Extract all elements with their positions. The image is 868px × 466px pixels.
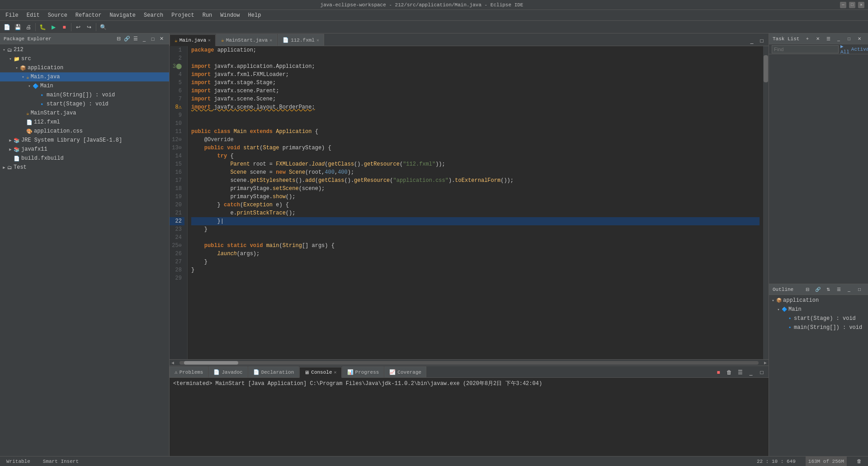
editor-scroll-track[interactable] [763,46,769,359]
tree-item-main-method[interactable]: 🔹 main(String[]) : void [0,90,169,100]
tree-item-javafx11[interactable]: ▶ 📚 javafx11 [0,145,169,154]
expand-test[interactable]: ▶ [2,165,6,170]
search-global-button[interactable]: 🔍 [98,22,108,32]
task-minimize-button[interactable]: _ [834,34,844,44]
outline-expand-main[interactable]: ▾ [776,307,781,312]
task-find-input[interactable] [772,45,839,53]
outline-sort-button[interactable]: ⇅ [823,285,833,295]
tree-item-application[interactable]: ▾ 📦 application [0,63,169,72]
status-memory[interactable]: 163M of 256M [806,456,847,466]
tab-mainstart-java[interactable]: ☕ MainStart.java ✕ [216,34,277,46]
tab-main-java[interactable]: ☕ Main.java ✕ [170,34,216,46]
outline-item-application[interactable]: ▾ 📦 application [769,296,868,305]
maximize-button[interactable]: □ [849,2,855,8]
scroll-left-icon[interactable]: ◀ [170,360,176,366]
hscroll-track[interactable] [179,361,759,365]
menu-window[interactable]: Window [217,11,243,19]
tab-progress[interactable]: 📊 Progress [342,366,384,377]
code-content[interactable]: package application; import javafx.appli… [188,46,763,359]
expand-src[interactable]: ▾ [8,57,13,62]
menu-edit[interactable]: Edit [23,11,43,19]
tree-item-src[interactable]: ▾ 📁 src [0,54,169,63]
console-menu-button[interactable]: ☰ [735,367,745,377]
minimize-button[interactable]: ─ [840,2,846,8]
memory-icon[interactable]: 🗑 [854,456,864,466]
tree-item-application-css[interactable]: 🎨 application.css [0,127,169,136]
new-button[interactable]: 📄 [2,22,12,32]
tab-112-fxml[interactable]: 📄 112.fxml ✕ [278,34,324,46]
undo-button[interactable]: ↩ [73,22,83,32]
outline-item-main-class[interactable]: ▾ 🔷 Main [769,305,868,314]
status-position[interactable]: 22 : 10 : 649 [754,456,798,466]
outline-expand-application[interactable]: ▾ [771,298,775,303]
console-maximize-button[interactable]: □ [757,367,767,377]
status-smart-insert[interactable]: Smart Insert [40,456,81,466]
sidebar-menu-button[interactable]: ☰ [132,35,140,43]
tab-close-main-java[interactable]: ✕ [208,38,211,43]
menu-run[interactable]: Run [199,11,216,19]
tree-item-test[interactable]: ▶ 🗂 Test [0,163,169,172]
maximize-editor-button[interactable]: □ [757,36,767,46]
task-delete-button[interactable]: ✕ [813,34,823,44]
tab-coverage[interactable]: 📈 Coverage [384,366,426,377]
expand-javafx11[interactable]: ▶ [8,147,13,152]
editor-vertical-scrollbar[interactable] [763,46,769,359]
outline-item-start-method[interactable]: 🔹 start(Stage) : void [769,314,868,323]
editor-scroll-thumb[interactable] [764,55,768,82]
tree-item-112-fxml[interactable]: 📄 112.fxml [0,118,169,127]
tree-item-build-fxbuild[interactable]: 📄 build.fxbuild [0,154,169,163]
menu-navigate[interactable]: Navigate [106,11,139,19]
console-tab-close[interactable]: ✕ [334,370,337,375]
console-clear-button[interactable]: 🗑 [724,367,734,377]
task-close-button[interactable]: ✕ [854,34,864,44]
code-editor[interactable]: 1 2 3⬤ 4 5 6 7 8⚠ 9 10 11 12⊖ 13⊖ 14 15 … [170,46,769,359]
tree-item-jre[interactable]: ▶ 📚 JRE System Library [JavaSE-1.8] [0,136,169,145]
outline-maximize-button[interactable]: □ [854,285,864,295]
expand-main-class[interactable]: ▾ [27,84,32,89]
menu-search[interactable]: Search [140,11,167,19]
console-minimize-button[interactable]: _ [746,367,756,377]
tab-close-mainstart-java[interactable]: ✕ [269,38,272,43]
task-menu-button[interactable]: ☰ [823,34,833,44]
save-button[interactable]: 💾 [13,22,23,32]
tab-console[interactable]: 🖥 Console ✕ [299,367,341,378]
menu-project[interactable]: Project [168,11,198,19]
expand-main-java[interactable]: ▾ [21,75,25,80]
run-button[interactable]: ▶ [48,22,58,32]
close-sidebar-button[interactable]: ✕ [157,35,165,43]
scroll-right-icon[interactable]: ▶ [762,360,769,366]
expand-jre[interactable]: ▶ [8,138,13,143]
tree-item-mainstart-java[interactable]: ☕ MainStart.java [0,109,169,118]
debug-button[interactable]: 🐛 [38,22,47,32]
tab-close-112-fxml[interactable]: ✕ [316,38,319,43]
expand-212[interactable]: ▾ [2,48,6,52]
tree-item-start-method[interactable]: 🔹 start(Stage) : void [0,100,169,109]
menu-refactor[interactable]: Refactor [72,11,105,19]
print-button[interactable]: 🖨 [24,22,33,32]
hscroll-thumb[interactable] [184,361,238,365]
menu-help[interactable]: Help [245,11,265,19]
tree-item-main-class[interactable]: ▾ 🔷 Main [0,81,169,90]
tab-javadoc[interactable]: 📄 Javadoc [208,366,247,377]
stop-button[interactable]: ■ [59,22,69,32]
outline-link-button[interactable]: 🔗 [813,285,823,295]
minimize-editor-button[interactable]: _ [747,36,757,46]
tab-declaration[interactable]: 📄 Declaration [248,366,299,377]
tree-item-212[interactable]: ▾ 🗂 212 [0,45,169,54]
collapse-all-button[interactable]: ⊟ [114,35,123,43]
minimize-sidebar-button[interactable]: _ [140,35,148,43]
outline-item-main-method[interactable]: 🔹 main(String[]) : void [769,323,868,332]
task-maximize-button[interactable]: □ [844,34,854,44]
redo-button[interactable]: ↪ [84,22,94,32]
editor-horizontal-scrollbar[interactable]: ◀ ▶ [170,359,769,366]
outline-collapse-button[interactable]: ⊟ [802,285,812,295]
menu-source[interactable]: Source [44,11,71,19]
status-writable[interactable]: Writable [4,456,33,466]
outline-menu-button[interactable]: ☰ [834,285,844,295]
close-button[interactable]: ✕ [858,2,864,8]
link-editor-button[interactable]: 🔗 [123,35,131,43]
task-all-label[interactable]: ▶ All [840,43,849,55]
console-terminate-button[interactable]: ■ [713,367,723,377]
tree-item-main-java[interactable]: ▾ ☕ Main.java [0,72,169,81]
tab-problems[interactable]: ⚠ Problems [170,366,208,377]
